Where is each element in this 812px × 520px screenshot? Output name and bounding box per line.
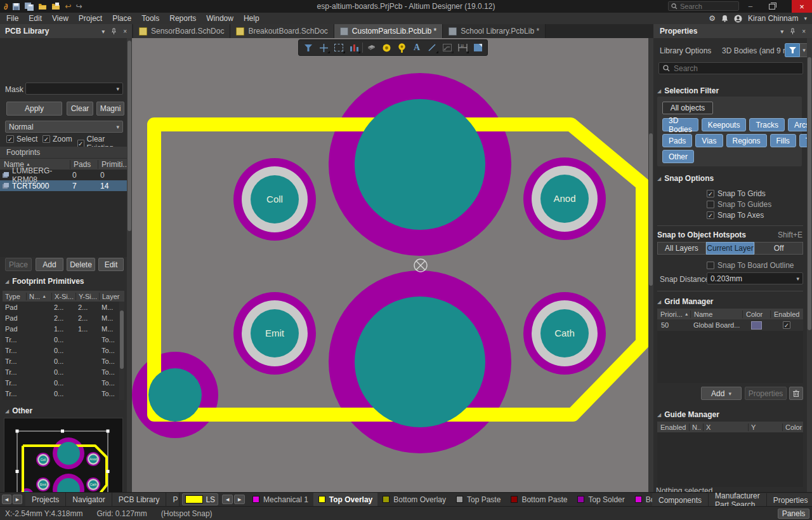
menu-tools[interactable]: Tools (136, 13, 164, 24)
titlebar-search[interactable] (668, 1, 739, 11)
user-name[interactable]: Kiran Chinnam (748, 14, 798, 23)
panel-dropdown-icon[interactable]: ▾ (780, 28, 783, 35)
filter-tool-icon[interactable] (301, 41, 315, 54)
layer-tab-bottom-paste[interactable]: Bottom Paste (506, 493, 572, 506)
segment-off[interactable]: Off (754, 242, 803, 255)
redo-icon[interactable]: ↪ (76, 2, 82, 11)
panel-close-icon[interactable]: × (802, 28, 806, 35)
guide-col-y[interactable]: Y (748, 423, 782, 431)
altium-dxp-icon[interactable]: ∂ (4, 2, 8, 11)
segment-all-layers[interactable]: All Layers (657, 242, 706, 255)
delete-footprint-button[interactable]: Delete (67, 258, 95, 271)
snap-board-outline-checkbox[interactable]: ✓Snap To Board Outline (707, 261, 794, 270)
pad-2-hole[interactable] (355, 297, 485, 427)
list-mode-dropdown[interactable]: Normal▾ (5, 121, 123, 133)
grid-col-color[interactable]: Color (742, 310, 770, 318)
menu-window[interactable]: Window (201, 13, 239, 24)
doc-tab-custompartslib[interactable]: CustomPartsLib.PcbLib * (334, 24, 443, 38)
fill-tool-icon[interactable] (471, 41, 485, 54)
open-folder-icon[interactable] (38, 3, 47, 10)
panel-tab-manufacturer-part-search[interactable]: Manufacturer Part Search (709, 493, 767, 507)
grid-color-swatch[interactable] (751, 321, 762, 330)
footprint-row-tcrt5000-selected[interactable]: TCRT5000 7 14 (0, 180, 127, 191)
menu-reports[interactable]: Reports (164, 13, 201, 24)
pad-1-hole[interactable] (355, 99, 485, 230)
properties-search-input[interactable] (674, 64, 788, 73)
guide-col-x[interactable]: X (703, 423, 748, 431)
grid-add-button[interactable]: Add▾ (701, 387, 742, 400)
dimension-tool-icon[interactable]: 10 (455, 41, 469, 54)
panel-tab-components[interactable]: Components (652, 493, 709, 507)
move-tool-icon[interactable] (317, 41, 331, 54)
primitives-scrollbar[interactable] (119, 302, 124, 400)
other-section-header[interactable]: ◢ Other (5, 406, 32, 415)
primitives-col-xsize[interactable]: X-Si... (51, 293, 75, 300)
filter-vias-button[interactable]: Vias (695, 134, 723, 147)
settings-gear-icon[interactable]: ⚙ (709, 14, 716, 23)
clear-button[interactable]: Clear (67, 102, 93, 116)
footprints-col-pads[interactable]: Pads (70, 160, 98, 169)
grid-col-priority[interactable]: Priori...▲ (657, 310, 690, 318)
guide-manager-section-header[interactable]: ◢Guide Manager (657, 410, 719, 419)
primitive-row[interactable]: Tr...0...To... (3, 377, 119, 388)
selection-filter-section-header[interactable]: ◢Selection Filter (657, 86, 719, 95)
string-tool-icon[interactable]: A (410, 41, 424, 54)
footprint-primitives-section-header[interactable]: ◢ Footprint Primitives (5, 277, 84, 286)
panels-button[interactable]: Panels (778, 509, 809, 519)
grid-delete-button[interactable] (789, 387, 803, 400)
snap-to-guides-checkbox[interactable]: ✓Snap To Guides (707, 200, 771, 209)
line-tool-icon[interactable] (425, 41, 439, 54)
edit-footprint-button[interactable]: Edit (98, 258, 124, 271)
user-menu-chevron-icon[interactable]: ▾ (804, 15, 807, 22)
user-avatar-icon[interactable] (734, 15, 742, 23)
primitives-col-layer[interactable]: Layer (99, 293, 122, 300)
layer-tabs-scroll-right[interactable]: ▶ (234, 495, 245, 504)
via-tool-icon[interactable] (395, 41, 409, 54)
route-tool-icon[interactable] (440, 41, 454, 54)
primitives-col-ysize[interactable]: Y-Si... (75, 293, 99, 300)
pad-tool-icon[interactable] (379, 41, 393, 54)
grid-enabled-checkbox[interactable]: ✓ (783, 321, 790, 329)
primitive-row[interactable]: Tr...0...To... (3, 366, 119, 377)
grid-manager-section-header[interactable]: ◢Grid Manager (657, 297, 714, 306)
magnify-button[interactable]: Magni (96, 102, 124, 116)
doc-tab-breakoutboard[interactable]: BreakoutBoard.SchDoc (230, 24, 334, 38)
save-all-icon[interactable] (25, 3, 34, 11)
all-objects-button[interactable]: All objects (662, 102, 713, 114)
menu-edit[interactable]: Edit (23, 13, 47, 24)
panel-tab-properties[interactable]: Properties (767, 493, 812, 507)
menu-project[interactable]: Project (74, 13, 107, 24)
window-close-button[interactable]: × (792, 0, 812, 13)
panel-tabs-scroll-left[interactable]: ◀ (2, 495, 11, 504)
properties-scrollbar[interactable] (807, 38, 812, 492)
save-icon[interactable] (12, 3, 20, 11)
menu-place[interactable]: Place (107, 13, 136, 24)
zoom-checkbox[interactable]: ✓Zoom (43, 135, 72, 143)
grid-col-name[interactable]: Name (690, 310, 742, 318)
layer-tabs-scroll-left[interactable]: ◀ (222, 495, 233, 504)
snap-distance-dropdown[interactable]: 0.203mm▾ (707, 272, 803, 284)
menu-file[interactable]: File (1, 13, 23, 24)
primitive-row[interactable]: Tr...0...To... (3, 345, 119, 356)
properties-search-box[interactable] (658, 62, 803, 74)
panel-dropdown-icon[interactable]: ▾ (102, 28, 105, 35)
snap-options-section-header[interactable]: ◢Snap Options (657, 174, 714, 183)
titlebar-search-input[interactable] (680, 3, 731, 10)
guide-col-enabled[interactable]: Enabled (657, 423, 689, 431)
notifications-bell-icon[interactable] (721, 15, 728, 22)
apply-button[interactable]: Apply (6, 102, 62, 116)
filter-keepouts-button[interactable]: Keepouts (702, 118, 747, 131)
window-restore-button[interactable] (763, 0, 782, 13)
primitive-row[interactable]: Pad2...2...M... (3, 312, 119, 323)
primitives-col-name[interactable]: N...▲ (26, 293, 51, 300)
layer-tab-top-solder[interactable]: Top Solder (572, 493, 629, 506)
snap-to-axes-checkbox[interactable]: ✓Snap To Axes (707, 211, 764, 220)
filter-pads-button[interactable]: Pads (662, 134, 692, 147)
primitive-row[interactable]: Pad1...1...M... (3, 323, 119, 334)
panel-tabs-scroll-right[interactable]: ▶ (13, 495, 22, 504)
panel-close-icon[interactable]: × (123, 28, 127, 35)
segment-current-layer[interactable]: Current Layer (706, 242, 755, 255)
primitive-row[interactable]: Pad2...2...M... (3, 302, 119, 312)
primitive-row[interactable]: Tr...0...To... (3, 334, 119, 345)
doc-tab-school-library[interactable]: School Library.PcbLib * (443, 24, 546, 38)
